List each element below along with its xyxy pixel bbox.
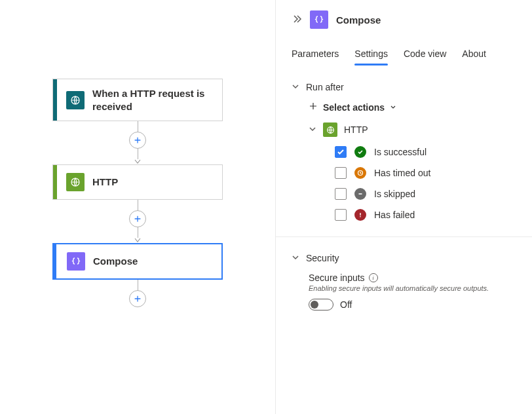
connector [129,280,146,307]
run-after-action-row[interactable]: HTTP [309,122,516,137]
add-step-button[interactable] [129,132,146,149]
arrow-down-icon [134,159,141,164]
workflow-canvas[interactable]: When a HTTP request is received HTTP [0,0,275,414]
globe-icon [66,173,85,191]
minus-icon [354,188,366,200]
connector [129,200,146,243]
node-accent [53,79,57,121]
chevron-down-icon [292,253,299,263]
status-checkbox-timeout[interactable] [335,167,347,179]
globe-icon [323,122,337,137]
status-item: Has timed out [335,167,516,179]
chevron-down-icon [390,102,396,113]
svg-rect-5 [360,216,360,217]
select-actions-label: Select actions [323,102,385,113]
error-icon [354,209,366,221]
secure-inputs-label: Secure inputs [309,273,365,283]
clock-icon [354,167,366,179]
globe-icon [66,91,85,109]
section-title: Security [306,253,339,263]
node-title: When a HTTP request is received [92,87,214,113]
status-item: Is successful [335,146,516,158]
status-checkbox-failed[interactable] [335,209,347,221]
add-step-button[interactable] [129,290,146,307]
secure-inputs-description: Enabling secure inputs will automaticall… [309,284,516,292]
section-title: Run after [306,82,344,92]
braces-icon [310,10,328,29]
status-item: Is skipped [335,188,516,200]
success-icon [354,146,366,158]
tab-about[interactable]: About [462,45,486,66]
chevron-down-icon [309,124,316,135]
flow-node-http[interactable]: HTTP [52,164,223,200]
status-label: Is skipped [374,189,415,199]
status-item: Has failed [335,209,516,221]
select-actions-button[interactable]: Select actions [309,102,516,113]
secure-inputs-toggle[interactable] [309,299,333,310]
collapse-panel-icon[interactable] [292,14,302,26]
security-section: Security Secure inputs i Enabling secure… [292,253,516,310]
node-accent [53,165,57,199]
divider [276,236,532,237]
toggle-state-label: Off [340,299,352,310]
info-icon[interactable]: i [369,273,378,282]
node-title: Compose [93,255,138,268]
settings-panel: Compose Parameters Settings Code view Ab… [275,0,532,414]
node-title: HTTP [92,176,118,189]
run-after-toggle[interactable]: Run after [292,82,516,92]
toggle-knob [311,301,318,309]
status-checkbox-success[interactable] [335,146,347,158]
braces-icon [67,252,85,271]
svg-rect-4 [360,213,360,216]
add-step-button[interactable] [129,210,146,227]
status-label: Has failed [374,210,415,220]
tab-code-view[interactable]: Code view [404,45,446,66]
run-after-section: Run after Select actions HTTP [292,82,516,221]
tab-settings[interactable]: Settings [354,45,388,66]
chevron-down-icon [292,82,299,92]
plus-icon [309,102,318,113]
run-after-action-name: HTTP [344,124,368,135]
connector [129,121,146,164]
arrow-down-icon [134,238,141,243]
node-accent [54,244,56,278]
flow-node-compose[interactable]: Compose [52,243,223,280]
status-label: Has timed out [374,168,430,178]
status-checkbox-skipped[interactable] [335,188,347,200]
panel-title: Compose [336,14,381,26]
security-toggle[interactable]: Security [292,253,516,263]
tab-bar: Parameters Settings Code view About [292,45,516,66]
flow-node-trigger[interactable]: When a HTTP request is received [52,79,223,121]
status-label: Is successful [374,147,427,157]
tab-parameters[interactable]: Parameters [292,45,339,66]
